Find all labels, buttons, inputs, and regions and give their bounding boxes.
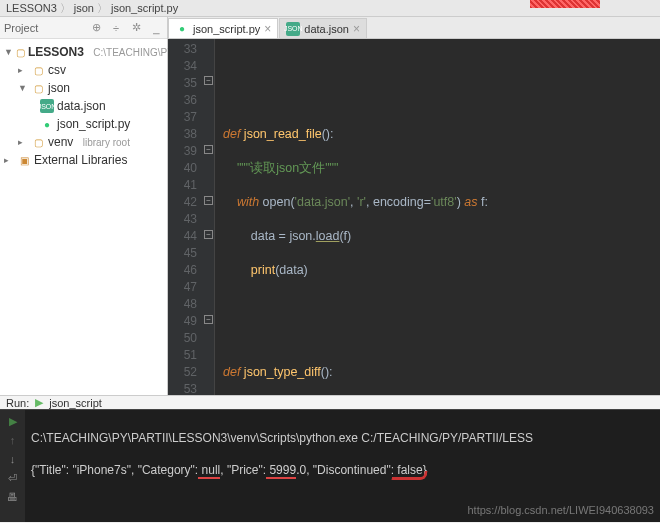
venv-note: library root [83,137,130,148]
bc-folder[interactable]: json [74,2,94,14]
code-line: def json_read_file(): [223,126,660,143]
ln: 33 [168,41,197,58]
ext-label: External Libraries [34,153,127,167]
tab-json-script[interactable]: ● json_script.py × [168,18,278,38]
code-line: """读取json文件""" [223,160,660,177]
folder-icon: ▢ [31,81,45,95]
csv-label: csv [48,63,66,77]
ln: 49 [168,313,197,330]
arrow-right-icon: ▸ [18,65,28,75]
code-line: print(data) [223,262,660,279]
venv-label: venv [48,135,73,149]
target-icon[interactable]: ⊕ [89,21,103,35]
code-line [223,92,660,109]
json-file-icon: JSON [286,22,300,36]
json-file-icon: JSON [40,99,54,113]
folder-icon: ▢ [31,63,45,77]
ln: 36 [168,92,197,109]
root-path: C:\TEACHING\PY\ [93,47,176,58]
python-file-icon: ● [40,117,54,131]
ln: 37 [168,109,197,126]
ln: 43 [168,211,197,228]
code-line: data = json.load(f) [223,228,660,245]
console-gutter: ▶ ↑ ↓ ⏎ 🖶 [0,410,25,522]
ln: 53 [168,381,197,395]
watermark: https://blog.csdn.net/LIWEI940638093 [467,502,654,518]
collapse-icon[interactable]: ÷ [109,21,123,35]
code-line [223,296,660,313]
ln: 44 [168,228,197,245]
tree-json[interactable]: ▼ ▢ json [0,79,167,97]
tree-csv[interactable]: ▸ ▢ csv [0,61,167,79]
close-icon[interactable]: × [353,22,360,36]
project-label[interactable]: Project [4,22,38,34]
ln: 34 [168,58,197,75]
fold-minus-icon[interactable]: − [204,76,213,85]
code-line [223,330,660,347]
code-line: def json_type_diff(): [223,364,660,381]
fold-minus-icon[interactable]: − [204,196,213,205]
print-icon[interactable]: 🖶 [6,490,20,504]
ln: 38 [168,126,197,143]
tab2-label: data.json [304,23,349,35]
play-icon[interactable]: ▶ [35,396,43,409]
ln: 48 [168,296,197,313]
console-output[interactable]: C:\TEACHING\PY\PARTII\LESSON3\venv\Scrip… [25,410,660,522]
script-label: json_script.py [57,117,130,131]
bc-file[interactable]: json_script.py [111,2,178,14]
editor-panel: ● json_script.py × JSON data.json × 33 3… [168,17,660,395]
root-label: LESSON3 [28,45,84,59]
project-toolbar: Project ⊕ ÷ ✲ ⎯ [0,17,167,39]
ln: 50 [168,330,197,347]
chevron-right-icon: 〉 [97,1,108,16]
run-config-name[interactable]: json_script [49,397,102,409]
console-panel: ▶ ↑ ↓ ⏎ 🖶 C:\TEACHING\PY\PARTII\LESSON3\… [0,409,660,522]
chevron-right-icon: 〉 [60,1,71,16]
fold-minus-icon[interactable]: − [204,145,213,154]
code-line [223,58,660,75]
fold-minus-icon[interactable]: − [204,315,213,324]
arrow-down-icon: ▼ [4,47,13,57]
tree-venv[interactable]: ▸ ▢ venv library root [0,133,167,151]
code-area[interactable]: 33 34 35 36 37 38 39 40 41 42 43 44 45 4… [168,39,660,395]
ln: 42 [168,194,197,211]
bc-root[interactable]: LESSON3 [6,2,57,14]
ln: 45 [168,245,197,262]
tab-data-json[interactable]: JSON data.json × [279,18,367,38]
json-label: json [48,81,70,95]
down-icon[interactable]: ↓ [6,452,20,466]
editor-tabs: ● json_script.py × JSON data.json × [168,17,660,39]
ln: 46 [168,262,197,279]
arrow-right-icon: ▸ [4,155,14,165]
tab1-label: json_script.py [193,23,260,35]
python-file-icon: ● [175,22,189,36]
wrap-icon[interactable]: ⏎ [6,471,20,485]
code-content[interactable]: def json_read_file(): """读取json文件""" wit… [215,39,660,395]
fold-column: − − − − − [203,39,215,395]
ln: 47 [168,279,197,296]
run-bar: Run: ▶ json_script [0,395,660,409]
folder-icon: ▢ [31,135,45,149]
project-tree: ▼ ▢ LESSON3 C:\TEACHING\PY\ ▸ ▢ csv ▼ ▢ … [0,39,167,173]
folder-icon: ▢ [16,45,25,59]
fold-minus-icon[interactable]: − [204,230,213,239]
hide-icon[interactable]: ⎯ [149,21,163,35]
ln: 39 [168,143,197,160]
run-tab-label[interactable]: Run: [6,397,29,409]
tree-datajson[interactable]: JSON data.json [0,97,167,115]
tree-script[interactable]: ● json_script.py [0,115,167,133]
top-red-marker [530,0,600,8]
console-cmd: C:\TEACHING\PY\PARTII\LESSON3\venv\Scrip… [31,430,654,446]
console-json-line: {"Title": "iPhone7s", "Category": null, … [31,462,654,478]
gear-icon[interactable]: ✲ [129,21,143,35]
tree-root[interactable]: ▼ ▢ LESSON3 C:\TEACHING\PY\ [0,43,167,61]
project-panel: Project ⊕ ÷ ✲ ⎯ ▼ ▢ LESSON3 C:\TEACHING\… [0,17,168,395]
tree-ext[interactable]: ▸ ▣ External Libraries [0,151,167,169]
ln: 41 [168,177,197,194]
arrow-down-icon: ▼ [18,83,28,93]
code-line: with open('data.json', 'r', encoding='ut… [223,194,660,211]
close-icon[interactable]: × [264,22,271,36]
rerun-icon[interactable]: ▶ [6,414,20,428]
stop-icon[interactable]: ↑ [6,433,20,447]
ln: 51 [168,347,197,364]
